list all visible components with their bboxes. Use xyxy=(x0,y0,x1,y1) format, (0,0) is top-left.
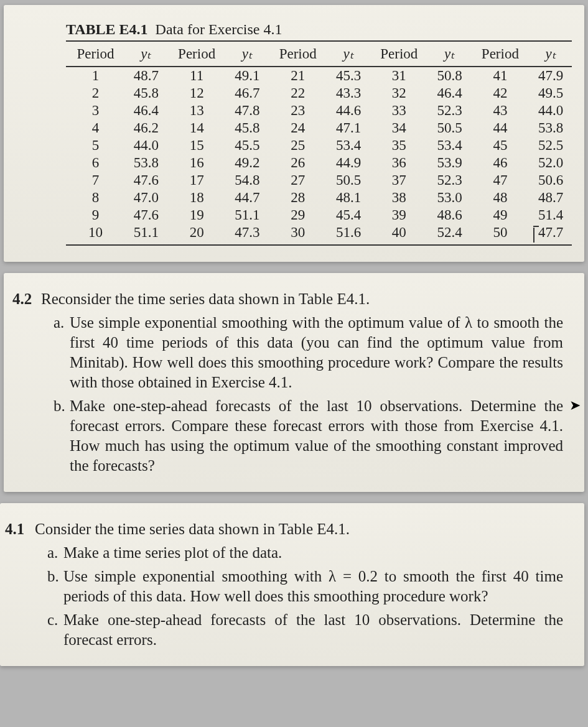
cell-y: 46.4 xyxy=(125,102,167,119)
subpart-letter: a. xyxy=(54,313,64,333)
cell-period: 23 xyxy=(268,102,327,119)
exercise-4-1-panel: 4.1 Consider the time series data shown … xyxy=(0,503,584,666)
cell-period: 27 xyxy=(268,172,327,189)
table-row: 544.01545.52553.43553.44552.5 xyxy=(66,137,572,154)
cell-y: 52.5 xyxy=(530,137,572,154)
cell-y: 45.4 xyxy=(327,206,369,224)
cell-y: 51.4 xyxy=(530,206,572,224)
table-header-row: Period yₜ Period yₜ Period yₜ Period yₜ … xyxy=(66,41,572,67)
cell-period: 4 xyxy=(66,119,125,137)
cell-period: 7 xyxy=(66,172,125,189)
cell-y: 53.8 xyxy=(125,154,167,172)
cell-y: 47.3 xyxy=(226,224,268,245)
cell-y: 47.0 xyxy=(125,189,167,206)
cell-period: 20 xyxy=(167,224,226,245)
cell-period: 46 xyxy=(470,154,530,172)
exercise-number: 4.1 xyxy=(5,519,24,539)
cell-period: 30 xyxy=(268,224,327,245)
cell-y: 45.3 xyxy=(327,67,369,85)
cell-y: 52.3 xyxy=(429,172,470,189)
table-row: 847.01844.72848.13853.04848.7 xyxy=(66,189,572,206)
cell-y: 45.8 xyxy=(226,119,268,137)
cell-y: 47.7 xyxy=(530,224,572,245)
cell-y: 44.0 xyxy=(530,102,572,119)
cell-y: 49.2 xyxy=(226,154,268,172)
cell-period: 44 xyxy=(470,119,530,137)
cell-y: 53.4 xyxy=(429,137,470,154)
table-label: TABLE E4.1 xyxy=(66,21,148,37)
cell-period: 31 xyxy=(370,67,429,85)
col-period: Period xyxy=(268,41,327,67)
cell-period: 17 xyxy=(167,172,226,189)
cell-period: 14 xyxy=(167,119,226,137)
cell-period: 39 xyxy=(370,206,429,224)
table-title: TABLE E4.1 Data for Exercise 4.1 xyxy=(66,21,572,38)
subpart-text: Make one-step-ahead forecasts of the las… xyxy=(70,397,563,474)
subpart-b: b. Make one-step-ahead forecasts of the … xyxy=(41,396,563,476)
cell-y: 47.8 xyxy=(226,102,268,119)
data-table: Period yₜ Period yₜ Period yₜ Period yₜ … xyxy=(66,40,572,246)
cell-period: 40 xyxy=(370,224,429,245)
cell-period: 49 xyxy=(470,206,530,224)
col-period: Period xyxy=(167,41,226,67)
cell-period: 10 xyxy=(66,224,125,245)
col-y: yₜ xyxy=(429,41,470,67)
subpart-letter: a. xyxy=(47,543,58,563)
cell-y: 46.4 xyxy=(429,85,470,102)
subpart-text: Use simple exponential smoothing with λ … xyxy=(63,568,563,604)
cell-y: 46.2 xyxy=(125,119,167,137)
table-caption: Data for Exercise 4.1 xyxy=(156,21,282,37)
cell-y: 49.5 xyxy=(530,85,572,102)
cell-period: 42 xyxy=(470,85,530,102)
cell-period: 9 xyxy=(66,206,125,224)
cell-y: 53.9 xyxy=(429,154,470,172)
table-row: 1051.12047.33051.64052.45047.7 xyxy=(66,224,572,245)
cell-period: 48 xyxy=(470,189,530,206)
cell-y: 47.9 xyxy=(530,67,572,85)
cell-period: 41 xyxy=(470,67,530,85)
cell-period: 25 xyxy=(268,137,327,154)
cell-y: 44.0 xyxy=(125,137,167,154)
cell-y: 53.0 xyxy=(429,189,470,206)
table-row: 346.41347.82344.63352.34344.0 xyxy=(66,102,572,119)
cell-y: 51.1 xyxy=(226,206,268,224)
cell-period: 37 xyxy=(370,172,429,189)
cell-y: 44.9 xyxy=(327,154,369,172)
cell-period: 22 xyxy=(268,85,327,102)
cell-y: 43.3 xyxy=(327,85,369,102)
cell-y: 44.7 xyxy=(226,189,268,206)
cell-y: 48.7 xyxy=(125,67,167,85)
cell-y: 51.6 xyxy=(327,224,369,245)
cell-period: 16 xyxy=(167,154,226,172)
cell-period: 38 xyxy=(370,189,429,206)
table-panel: TABLE E4.1 Data for Exercise 4.1 Period … xyxy=(4,5,584,262)
col-y: yₜ xyxy=(226,41,268,67)
cell-period: 24 xyxy=(268,119,327,137)
cell-period: 1 xyxy=(66,67,125,85)
cell-period: 21 xyxy=(268,67,327,85)
cell-period: 26 xyxy=(268,154,327,172)
subpart-text: Make one-step-ahead forecasts of the las… xyxy=(63,611,563,648)
table-row: 245.81246.72243.33246.44249.5 xyxy=(66,85,572,102)
exercise-intro: Reconsider the time series data shown in… xyxy=(41,290,370,307)
subpart-text: Make a time series plot of the data. xyxy=(63,544,282,561)
exercise-intro: Consider the time series data shown in T… xyxy=(35,521,350,537)
table-row: 947.61951.12945.43948.64951.4 xyxy=(66,206,572,224)
cell-y: 50.8 xyxy=(429,67,470,85)
cell-period: 28 xyxy=(268,189,327,206)
subpart-text: Use simple exponential smoothing with th… xyxy=(70,314,563,391)
table-row: 446.21445.82447.13450.54453.8 xyxy=(66,119,572,137)
cell-y: 53.8 xyxy=(530,119,572,137)
cell-y: 45.5 xyxy=(226,137,268,154)
cell-period: 5 xyxy=(66,137,125,154)
cell-y: 52.4 xyxy=(429,224,470,245)
col-period: Period xyxy=(370,41,429,67)
cell-period: 6 xyxy=(66,154,125,172)
exercise-4-2-panel: ➤ 4.2 Reconsider the time series data sh… xyxy=(4,273,584,492)
subpart-letter: b. xyxy=(54,396,65,416)
subpart-letter: c. xyxy=(47,610,58,630)
cell-y: 48.6 xyxy=(429,206,470,224)
cell-y: 47.6 xyxy=(125,172,167,189)
cell-period: 43 xyxy=(470,102,530,119)
cell-y: 50.5 xyxy=(429,119,470,137)
